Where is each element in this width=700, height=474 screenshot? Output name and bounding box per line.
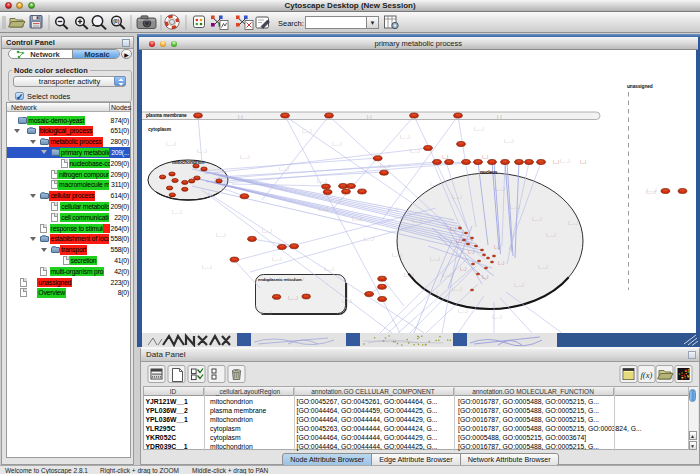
svg-text:(_-_): (_-_) — [468, 250, 474, 254]
svg-text:(__-_): (__-_) — [646, 190, 656, 194]
svg-text:(__-_): (__-_) — [288, 296, 298, 300]
svg-text:(_-_): (_-_) — [494, 245, 500, 249]
svg-text:[--]: [--] — [367, 115, 371, 119]
svg-text:(__-_): (__-_) — [430, 257, 440, 261]
svg-text:(__-_): (__-_) — [202, 265, 212, 269]
svg-text:[--]: [--] — [497, 115, 501, 119]
svg-text:(__-_): (__-_) — [452, 195, 462, 199]
svg-text:(__-_): (__-_) — [568, 221, 578, 225]
svg-text:cytoplasm: cytoplasm — [148, 127, 171, 132]
svg-text:(__-_): (__-_) — [560, 159, 570, 163]
svg-text:(__-_): (__-_) — [324, 267, 334, 271]
svg-text:(__): (__) — [580, 160, 586, 164]
svg-text:(_-_): (_-_) — [498, 261, 504, 265]
svg-text:(__-_): (__-_) — [532, 217, 542, 221]
svg-text:mitochondrion: mitochondrion — [172, 160, 204, 165]
svg-text:(__): (__) — [482, 155, 488, 159]
svg-text:(__-_): (__-_) — [410, 149, 420, 153]
svg-text:(__-_): (__-_) — [392, 253, 402, 257]
svg-text:(__-_): (__-_) — [538, 265, 548, 269]
svg-text:(__-_): (__-_) — [364, 237, 374, 241]
svg-text:unassigned: unassigned — [627, 84, 653, 89]
svg-text:(__-_): (__-_) — [412, 219, 422, 223]
svg-text:(_-_): (_-_) — [456, 239, 462, 243]
svg-text:(0): (0) — [113, 18, 119, 24]
svg-text:(__-_): (__-_) — [495, 187, 505, 191]
svg-text:(__-_): (__-_) — [342, 299, 352, 303]
svg-text:(__-_): (__-_) — [404, 273, 414, 277]
svg-text:(__-_): (__-_) — [166, 142, 176, 146]
svg-text:(__-_): (__-_) — [332, 142, 342, 146]
svg-text:(__-_): (__-_) — [302, 129, 312, 133]
svg-text:(__-_): (__-_) — [262, 229, 272, 233]
svg-text:f(x): f(x) — [641, 370, 653, 380]
svg-text:(_-_): (_-_) — [460, 267, 466, 271]
svg-text:(__-_): (__-_) — [216, 233, 226, 237]
svg-text:(__-_): (__-_) — [380, 164, 390, 168]
svg-text:(__-_): (__-_) — [430, 182, 440, 186]
svg-text:(_-_): (_-_) — [450, 227, 456, 231]
svg-text:[--]: [--] — [238, 115, 242, 119]
svg-text:(__): (__) — [540, 160, 546, 164]
svg-text:(__-_): (__-_) — [318, 207, 328, 211]
svg-text:(__-_): (__-_) — [400, 135, 410, 139]
svg-text:(__-_): (__-_) — [279, 167, 289, 171]
svg-text:(__-_): (__-_) — [510, 205, 520, 209]
svg-text:(__-_): (__-_) — [428, 291, 438, 295]
svg-text:(__): (__) — [553, 160, 559, 164]
svg-text:(__-_): (__-_) — [474, 127, 484, 131]
svg-text:(__-_): (__-_) — [317, 179, 327, 183]
svg-text:(__-_): (__-_) — [514, 283, 524, 287]
svg-text:(_-_): (_-_) — [482, 275, 488, 279]
svg-text:(__-_): (__-_) — [504, 139, 514, 143]
svg-text:(__-_): (__-_) — [240, 155, 250, 159]
svg-text:(__-_): (__-_) — [442, 273, 452, 277]
svg-text:nucleus: nucleus — [480, 170, 498, 175]
svg-text:(__-_): (__-_) — [197, 149, 207, 153]
svg-text:(__-_): (__-_) — [492, 315, 502, 319]
svg-text:(__-_): (__-_) — [458, 309, 468, 313]
svg-text:(__): (__) — [442, 155, 448, 159]
svg-text:(__-_): (__-_) — [452, 287, 462, 291]
svg-text:(__-_): (__-_) — [352, 217, 362, 221]
svg-text:plasma membrane: plasma membrane — [146, 113, 187, 118]
svg-text:endoplasmic reticulum: endoplasmic reticulum — [258, 277, 302, 282]
svg-text:(__-_): (__-_) — [546, 233, 556, 237]
svg-text:(__-_): (__-_) — [388, 207, 398, 211]
svg-text:(__-_): (__-_) — [272, 257, 282, 261]
svg-text:(__-_): (__-_) — [262, 311, 272, 315]
svg-text:(__-_): (__-_) — [172, 210, 182, 214]
